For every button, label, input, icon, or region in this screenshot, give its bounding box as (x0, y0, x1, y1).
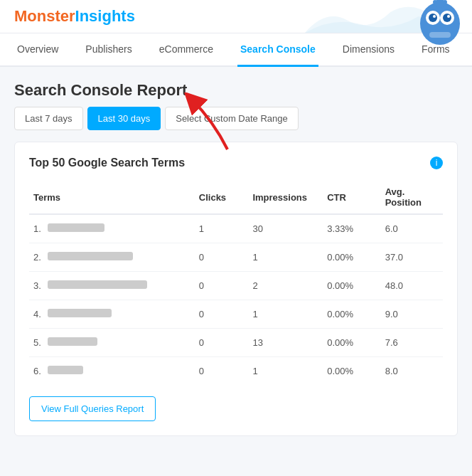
table-row: 4. 0 1 0.00% 9.0 (29, 300, 443, 329)
cell-clicks-2: 0 (195, 243, 249, 272)
blurred-term-3 (48, 280, 147, 289)
table-body: 1. 1 30 3.33% 6.0 2. 0 1 0.00% 37.0 3. 0… (29, 214, 443, 385)
blurred-term-4 (48, 309, 112, 317)
nav-ecommerce[interactable]: eCommerce (156, 33, 216, 67)
row-num-4: 4. (33, 309, 41, 319)
custom-date-range-button[interactable]: Select Custom Date Range (165, 107, 299, 130)
row-num-3: 3. (33, 280, 41, 291)
cell-impressions-3: 2 (248, 272, 323, 300)
cell-avgpos-4: 9.0 (381, 300, 443, 329)
cell-avgpos-3: 48.0 (381, 272, 443, 300)
cell-ctr-3: 0.00% (323, 272, 380, 300)
cell-impressions-2: 1 (248, 243, 323, 272)
logo-monster: Monster (14, 7, 75, 25)
cell-impressions-5: 13 (248, 329, 323, 357)
page-title-row: Search Console Report Last 7 days Last 3… (14, 81, 458, 130)
cell-term-1: 1. (29, 214, 195, 243)
search-terms-card: Top 50 Google Search Terms i Terms Click… (14, 142, 458, 436)
blurred-term-5 (48, 337, 97, 346)
row-num-5: 5. (33, 337, 41, 348)
cell-ctr-4: 0.00% (323, 300, 380, 329)
cell-avgpos-2: 37.0 (381, 243, 443, 272)
cell-term-5: 5. (29, 329, 195, 357)
nav-publishers[interactable]: Publishers (82, 33, 134, 67)
svg-point-4 (443, 14, 451, 22)
svg-point-0 (420, 2, 460, 45)
cell-ctr-5: 0.00% (323, 329, 380, 357)
table-row: 3. 0 2 0.00% 48.0 (29, 272, 443, 300)
monster-mascot (415, 0, 465, 46)
cell-clicks-4: 0 (195, 300, 249, 329)
col-header-impressions: Impressions (248, 181, 323, 214)
cell-term-2: 2. (29, 243, 195, 272)
table-row: 2. 0 1 0.00% 37.0 (29, 243, 443, 272)
logo: MonsterInsights (14, 7, 135, 26)
col-header-terms: Terms (29, 181, 195, 214)
last-30-days-button[interactable]: Last 30 days (87, 107, 161, 130)
cell-term-6: 6. (29, 357, 195, 386)
cell-ctr-1: 3.33% (323, 214, 380, 243)
nav-dimensions[interactable]: Dimensions (340, 33, 397, 67)
table-header: Terms Clicks Impressions CTR Avg. Positi… (29, 181, 443, 214)
row-num-1: 1. (33, 223, 41, 234)
cell-avgpos-5: 7.6 (381, 329, 443, 357)
blurred-term-1 (48, 223, 104, 232)
cell-clicks-5: 0 (195, 329, 249, 357)
cell-avgpos-1: 6.0 (381, 214, 443, 243)
main-nav: Overview Publishers eCommerce Search Con… (0, 33, 472, 67)
cell-clicks-3: 0 (195, 272, 249, 300)
nav-search-console[interactable]: Search Console (237, 33, 318, 67)
header: MonsterInsights (0, 0, 472, 33)
cell-impressions-4: 1 (248, 300, 323, 329)
svg-point-5 (433, 15, 436, 18)
table-row: 1. 1 30 3.33% 6.0 (29, 214, 443, 243)
card-header: Top 50 Google Search Terms i (29, 157, 443, 169)
cell-ctr-6: 0.00% (323, 357, 380, 386)
cell-impressions-1: 30 (248, 214, 323, 243)
row-num-2: 2. (33, 252, 41, 263)
blurred-term-6 (48, 366, 83, 374)
svg-point-6 (447, 15, 450, 18)
page-content: Search Console Report Last 7 days Last 3… (0, 67, 472, 450)
logo-insights: Insights (75, 7, 135, 25)
svg-point-3 (429, 14, 437, 22)
date-filter-row: Last 7 days Last 30 days Select Custom D… (14, 107, 299, 130)
view-full-queries-button[interactable]: View Full Queries Report (29, 396, 156, 421)
table-row: 6. 0 1 0.00% 8.0 (29, 357, 443, 386)
cell-clicks-6: 0 (195, 357, 249, 386)
col-header-ctr: CTR (323, 181, 380, 214)
col-header-clicks: Clicks (195, 181, 249, 214)
cell-avgpos-6: 8.0 (381, 357, 443, 386)
row-num-6: 6. (33, 366, 41, 376)
svg-rect-7 (429, 32, 451, 38)
last-7-days-button[interactable]: Last 7 days (14, 107, 83, 130)
search-terms-table: Terms Clicks Impressions CTR Avg. Positi… (29, 181, 443, 385)
nav-overview[interactable]: Overview (14, 33, 61, 67)
blurred-term-2 (48, 252, 133, 260)
cell-term-4: 4. (29, 300, 195, 329)
svg-point-9 (433, 0, 437, 4)
header-wave-decoration (305, 0, 433, 33)
table-row: 5. 0 13 0.00% 7.6 (29, 329, 443, 357)
cell-ctr-2: 0.00% (323, 243, 380, 272)
card-title: Top 50 Google Search Terms (29, 157, 185, 169)
cell-clicks-1: 1 (195, 214, 249, 243)
svg-point-10 (443, 0, 447, 4)
cell-term-3: 3. (29, 272, 195, 300)
cell-impressions-6: 1 (248, 357, 323, 386)
page-title: Search Console Report (14, 81, 187, 100)
info-icon[interactable]: i (430, 157, 443, 169)
col-header-avgpos: Avg. Position (381, 181, 443, 214)
